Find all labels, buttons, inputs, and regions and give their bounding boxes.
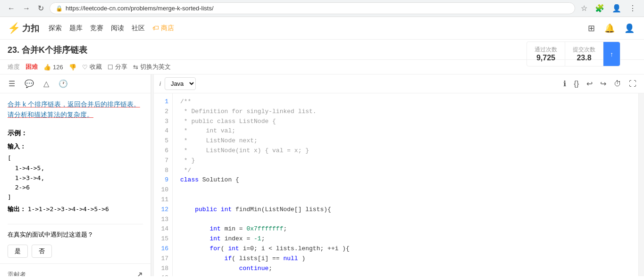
submit-label: 提交次数 (573, 46, 595, 54)
example-section: 示例： 输入： [ 1->4->5, 1->3->4, 2->6 ] 输出： 1… (8, 128, 143, 214)
nav-explore[interactable]: 探索 (49, 24, 62, 33)
nav-bar: ⚡ 力扣 探索 题库 竞赛 阅读 社区 🏷 商店 ⊞ 🔔 👤 (0, 17, 644, 40)
line-number-14[interactable]: 14 (154, 224, 172, 234)
line-number-11[interactable]: 11 (154, 195, 172, 205)
line-number-4[interactable]: 4 (154, 126, 172, 136)
account-button[interactable]: 👤 (610, 2, 623, 15)
line-number-6[interactable]: 6 (154, 146, 172, 156)
code-line-6: * ListNode(int x) { val = x; } (180, 146, 638, 156)
dislike-button[interactable]: 👎 (69, 64, 76, 71)
like-button[interactable]: 👍 126 (43, 64, 63, 71)
output-value: 1->1->2->3->4->4->5->6 (28, 205, 109, 213)
logo-text: 力扣 (22, 23, 39, 34)
nav-community[interactable]: 社区 (132, 24, 145, 33)
nav-problems[interactable]: 题库 (69, 24, 83, 33)
user-avatar-button[interactable]: 👤 (622, 21, 636, 35)
line-number-3[interactable]: 3 (154, 117, 172, 127)
shop-label: 商店 (161, 24, 174, 32)
line-number-19[interactable]: 19 (154, 273, 172, 276)
line-number-13[interactable]: 13 (154, 215, 172, 225)
line-number-2[interactable]: 2 (154, 107, 172, 117)
line-number-9[interactable]: 9 (154, 175, 172, 185)
info-button[interactable]: ℹ (561, 78, 568, 89)
logo[interactable]: ⚡ 力扣 (8, 22, 39, 34)
code-line-16: for( int i=0; i < lists.length; ++i ){ (180, 244, 638, 254)
notification-button[interactable]: 🔔 (602, 21, 617, 35)
problem-title: 23. 合并K个排序链表 (8, 44, 87, 56)
fullscreen-editor-button[interactable]: ⛶ (627, 78, 638, 89)
left-toolbar: ☰ 💬 △ 🕐 (0, 74, 151, 93)
line-number-12[interactable]: 12 (154, 205, 172, 215)
problem-description: 合并 k 个排序链表，返回合并后的排序链表。 请分析和描述算法的复杂度。 (8, 99, 143, 120)
line-number-17[interactable]: 17 (154, 254, 172, 264)
braces-button[interactable]: {} (572, 78, 581, 89)
url-text: https://leetcode-cn.com/problems/merge-k… (66, 5, 569, 12)
code-line-18: continue; (180, 264, 638, 274)
yes-button[interactable]: 是 (8, 245, 28, 258)
line-number-16[interactable]: 16 (154, 244, 172, 254)
no-button[interactable]: 否 (32, 245, 52, 258)
problem-meta: 难度 困难 👍 126 👎 ♡ 收藏 ☐ 分享 ⇆ 切换为英文 通过次数 9,7… (0, 60, 644, 74)
description-line1: 合并 k 个排序链表，返回合并后的排序链表。 (8, 100, 140, 108)
code-line-2: * Definition for singly-linked list. (180, 107, 638, 117)
line-number-1[interactable]: 1 (154, 97, 172, 107)
line-number-5[interactable]: 5 (154, 136, 172, 146)
fullscreen-button[interactable]: ⊞ (586, 21, 597, 35)
back-button[interactable]: ← (6, 2, 17, 15)
code-line-13 (180, 215, 638, 225)
line-numbers: 1234567891011121314151617181920212223242… (154, 93, 173, 276)
interview-question-text: 在真实的面试中遇到过这道题？ (8, 230, 143, 240)
nav-contest[interactable]: 竞赛 (90, 24, 103, 33)
forward-button[interactable]: → (21, 2, 32, 15)
nav-links: 探索 题库 竞赛 阅读 社区 🏷 商店 (49, 24, 174, 33)
nav-shop[interactable]: 🏷 商店 (152, 24, 174, 33)
pass-label: 通过次数 (535, 46, 557, 54)
bookmark-star-button[interactable]: ☆ (579, 2, 589, 15)
line-number-10[interactable]: 10 (154, 185, 172, 195)
scrollbar[interactable] (638, 93, 644, 276)
nav-read[interactable]: 阅读 (111, 24, 124, 33)
code-line-10 (180, 185, 638, 195)
url-bar[interactable]: 🔒 https://leetcode-cn.com/problems/merge… (50, 2, 575, 14)
editor-toolbar: i Java ℹ {} ↩ ↪ ⏱ ⛶ (154, 74, 644, 93)
undo-button[interactable]: ↩ (585, 78, 594, 89)
code-line-14: int min = 0x7fffffff; (180, 224, 638, 234)
switch-lang-button[interactable]: ⇆ 切换为英文 (133, 63, 171, 71)
lock-icon: 🔒 (56, 5, 63, 12)
refresh-button[interactable]: ↻ (36, 2, 46, 15)
code-line-5: * ListNode next; (180, 136, 638, 146)
difficulty-label: 难度 (8, 63, 20, 71)
discuss-tab[interactable]: 💬 (22, 77, 37, 90)
code-line-8: */ (180, 166, 638, 176)
line-number-8[interactable]: 8 (154, 166, 172, 176)
submissions-tab[interactable]: 🕐 (56, 77, 71, 90)
share-icon-button[interactable]: ↗ (136, 270, 143, 276)
redo-button[interactable]: ↪ (598, 78, 608, 89)
input-label: 输入： (8, 142, 143, 152)
code-line-4: * int val; (180, 126, 638, 136)
output-label: 输出： 1->1->2->3->4->4->5->6 (8, 205, 143, 214)
line-number-15[interactable]: 15 (154, 234, 172, 244)
submit-button[interactable]: ↑ (603, 42, 620, 66)
code-line-11 (180, 195, 638, 205)
solutions-tab[interactable]: △ (41, 77, 52, 90)
code-content[interactable]: /** * Definition for singly-linked list.… (173, 93, 638, 276)
extensions-button[interactable]: 🧩 (593, 2, 606, 15)
problem-content: 合并 k 个排序链表，返回合并后的排序链表。 请分析和描述算法的复杂度。 示例：… (0, 93, 151, 263)
code-line-9: class Solution { (180, 175, 638, 185)
code-line-19 (180, 273, 638, 276)
code-line-3: * public class ListNode { (180, 117, 638, 127)
pass-count-item: 通过次数 9,725 (527, 42, 565, 66)
right-panel: i Java ℹ {} ↩ ↪ ⏱ ⛶ 12345678910111213141… (154, 74, 644, 276)
settings-button[interactable]: ⏱ (612, 78, 623, 89)
menu-button[interactable]: ⋮ (627, 2, 638, 15)
description-tab[interactable]: ☰ (6, 77, 18, 90)
lang-indicator: i (159, 80, 161, 87)
language-selector[interactable]: Java (165, 77, 196, 90)
code-editor: 1234567891011121314151617181920212223242… (154, 93, 644, 276)
shop-icon: 🏷 (152, 24, 159, 32)
line-number-7[interactable]: 7 (154, 156, 172, 166)
line-number-18[interactable]: 18 (154, 264, 172, 274)
share-button[interactable]: ☐ 分享 (108, 63, 127, 71)
collect-button[interactable]: ♡ 收藏 (82, 63, 102, 71)
